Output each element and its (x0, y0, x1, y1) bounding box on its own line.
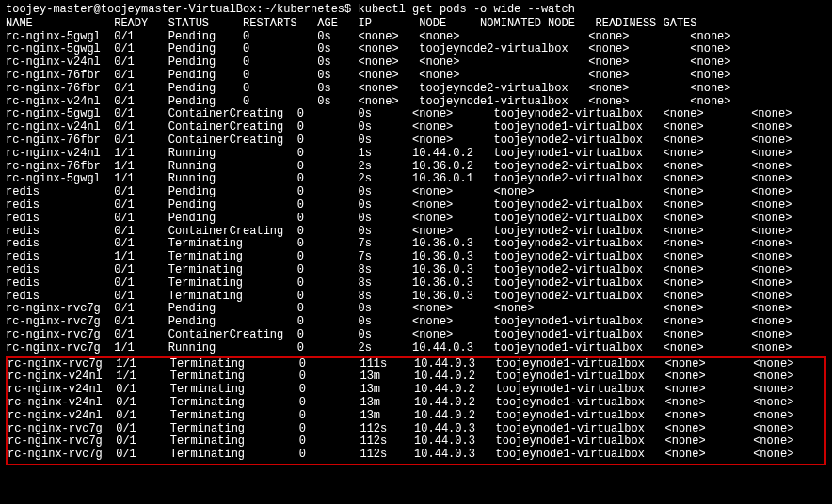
table-row: rc-nginx-5gwgl 0/1 Pending 0 0s <none> <… (6, 31, 826, 44)
table-row: rc-nginx-v24nl 0/1 Pending 0 0s <none> <… (6, 56, 826, 70)
table-header: NAME READY STATUS RESTARTS AGE IP NODE N… (6, 18, 826, 31)
table-row: redis 0/1 Terminating 0 7s 10.36.0.3 too… (6, 238, 826, 251)
prompt-path: ~/kubernetes (264, 3, 344, 16)
table-row: rc-nginx-76fbr 1/1 Running 0 2s 10.36.0.… (6, 161, 826, 174)
table-row: rc-nginx-76fbr 0/1 ContainerCreating 0 0… (6, 134, 826, 148)
table-row: redis 0/1 Terminating 0 8s 10.36.0.3 too… (6, 264, 826, 277)
table-row: redis 0/1 ContainerCreating 0 0s <none> … (6, 226, 826, 239)
rows-mid: rc-nginx-5gwgl 0/1 ContainerCreating 0 0… (6, 108, 826, 354)
table-row: redis 0/1 Terminating 0 8s 10.36.0.3 too… (6, 277, 826, 291)
prompt-command: kubectl get pods -o wide --watch (358, 3, 574, 16)
table-row: rc-nginx-rvc7g 0/1 Pending 0 0s <none> t… (6, 316, 826, 329)
prompt-user-host: toojey-master@toojeymaster-VirtualBox (6, 3, 256, 16)
table-row: rc-nginx-v24nl 0/1 Terminating 0 13m 10.… (8, 397, 824, 410)
table-row: redis 0/1 Pending 0 0s <none> toojeynode… (6, 199, 826, 213)
table-row: rc-nginx-v24nl 1/1 Running 0 1s 10.44.0.… (6, 148, 826, 161)
table-row: rc-nginx-76fbr 0/1 Pending 0 0s <none> t… (6, 83, 826, 96)
terminal-prompt[interactable]: toojey-master@toojeymaster-VirtualBox:~/… (6, 4, 826, 17)
table-row: rc-nginx-rvc7g 0/1 Terminating 0 112s 10… (8, 423, 824, 436)
table-row: redis 0/1 Terminating 0 8s 10.36.0.3 too… (6, 291, 826, 304)
rows-boxed: rc-nginx-rvc7g 1/1 Terminating 0 111s 10… (8, 358, 824, 462)
table-row: redis 0/1 Pending 0 0s <none> <none> <no… (6, 186, 826, 199)
table-row: rc-nginx-v24nl 0/1 Terminating 0 13m 10.… (8, 384, 824, 397)
table-row: redis 0/1 Pending 0 0s <none> toojeynode… (6, 213, 826, 226)
table-row: rc-nginx-rvc7g 1/1 Terminating 0 111s 10… (8, 358, 824, 371)
table-row: rc-nginx-5gwgl 0/1 ContainerCreating 0 0… (6, 108, 826, 121)
table-row: rc-nginx-v24nl 0/1 Terminating 0 13m 10.… (8, 410, 824, 423)
table-row: rc-nginx-rvc7g 0/1 Terminating 0 112s 10… (8, 449, 824, 462)
table-row: rc-nginx-v24nl 1/1 Terminating 0 13m 10.… (8, 370, 824, 384)
rows-top: rc-nginx-5gwgl 0/1 Pending 0 0s <none> <… (6, 31, 826, 109)
table-row: rc-nginx-5gwgl 0/1 Pending 0 0s <none> t… (6, 43, 826, 56)
table-row: rc-nginx-rvc7g 0/1 Terminating 0 112s 10… (8, 435, 824, 449)
table-row: rc-nginx-5gwgl 1/1 Running 0 2s 10.36.0.… (6, 173, 826, 186)
table-row: rc-nginx-v24nl 0/1 Pending 0 0s <none> t… (6, 96, 826, 109)
table-row: rc-nginx-rvc7g 0/1 ContainerCreating 0 0… (6, 329, 826, 342)
table-row: rc-nginx-rvc7g 1/1 Running 0 2s 10.44.0.… (6, 342, 826, 355)
table-row: rc-nginx-rvc7g 0/1 Pending 0 0s <none> <… (6, 303, 826, 316)
table-row: redis 1/1 Terminating 0 7s 10.36.0.3 too… (6, 251, 826, 264)
table-row: rc-nginx-76fbr 0/1 Pending 0 0s <none> <… (6, 70, 826, 83)
highlight-box: rc-nginx-rvc7g 1/1 Terminating 0 111s 10… (6, 356, 826, 465)
table-row: rc-nginx-v24nl 0/1 ContainerCreating 0 0… (6, 121, 826, 134)
